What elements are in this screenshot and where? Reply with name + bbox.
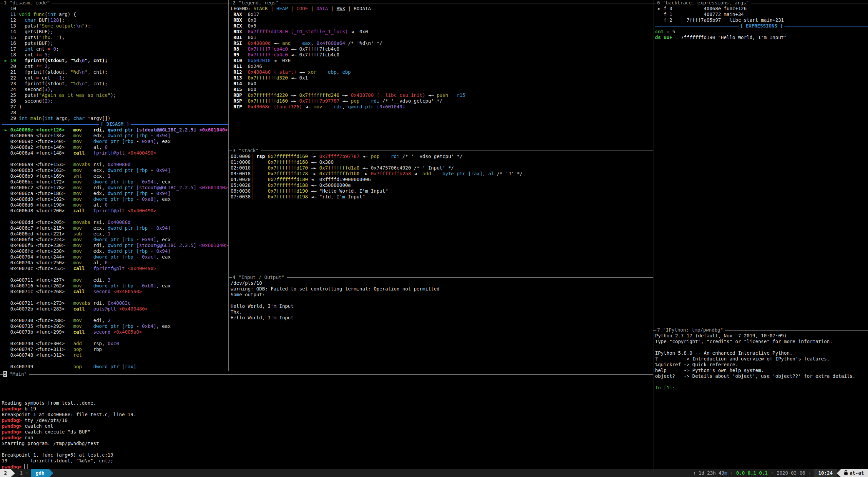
text-segment: dword ptr [rbp [108,133,148,138]
terminal-line: 0x400711 <func+257> mov edi, 3 [2,277,228,283]
terminal-line [2,295,228,300]
uptime-text: 1d 23h 49m [699,470,727,476]
text-segment [253,177,268,182]
text-segment: 0x7ffff7dd18c0 (_IO_stdfile_1_lock) [248,29,351,34]
text-segment: arg) { [56,12,76,17]
terminal-cursor [24,464,28,469]
window-index[interactable]: 1 [20,470,22,476]
terminal-line: 27 } [2,104,228,110]
pane-divider-vertical[interactable] [653,0,653,469]
text-segment: 0x40069c <func+140> [2,139,73,144]
text-segment: 0 [105,260,107,265]
terminal-line: 0x40073b <func+299> call second <0x4005a… [2,329,228,335]
text-segment: mov [73,133,93,138]
text-segment: - [148,225,156,231]
text-segment: 3 [108,277,110,283]
text-segment: ecx, [93,231,108,236]
text-segment: eax [302,40,311,46]
chevron-right-icon: › [25,470,28,476]
session-badge[interactable]: 2 [0,469,11,477]
text-segment [253,194,268,199]
pane-number: 7 [657,327,660,333]
text-segment: 0x40080d [248,40,274,46]
pane-stack[interactable]: 3"stack" 00:0000│ rsp 0x7fffffffd160 —► … [229,148,653,275]
text-segment: mov [73,243,93,248]
text-segment: /* '%d\n' */ [345,40,382,46]
terminal-line: Starting program: /tmp/pwndbg/test [2,441,653,446]
text-segment: ◄— 0x1 [291,75,308,81]
pane-input-output[interactable]: 4"Input / Output" /dev/pts/10warning: GD… [229,275,653,371]
pane-title-text: "Main" [10,371,27,377]
text-segment: 0x94] [156,191,170,196]
text-segment: ); [48,87,53,92]
text-segment: - [133,283,142,288]
pane-backtrace-expressions[interactable]: 6"backtrace, expressions, args" ► f 0 40… [653,0,868,327]
terminal-line: 16 puts(BUF); [2,40,228,46]
pane-border-line [653,3,656,3]
pane-main-gdb-console[interactable]: 5"Main" Reading symbols from test...done… [0,371,653,469]
text-segment: movabs [73,162,93,167]
text-segment: <0x400490> [128,150,156,156]
pane-ipython[interactable]: 7"IPython: tmp/pwndbg" Python 2.7.17 (de… [653,327,868,469]
pane-disasm-code[interactable]: 1"disasm, code" 10 11 void func(int arg)… [0,0,228,371]
text-segment: fprintf(stdout, "%d [16,58,79,63]
terminal-line: LEGEND: STACK | HEAP | CODE | DATA | RWX… [231,6,653,12]
text-segment: 0x7ffff7b97787 [319,154,362,159]
text-segment: 3 [44,87,47,92]
text-segment: | RODATA [345,6,371,11]
text-segment: 1 [108,231,110,236]
window-tab-gdb[interactable]: gdb [31,469,49,477]
text-segment: qword ptr [108,243,136,248]
text-segment: call [73,306,93,312]
terminal-line: R12 0x4004b0 (_start) ◄— xor ebp, ebp [231,69,653,75]
text-segment: xor [308,69,328,75]
text-segment: 23 fprintf(stdout, [2,81,70,86]
text-segment: cwatch cnt [24,423,53,429]
terminal-line: RBP 0x7fffffffd220 —► 0x7fffffffd240 —► … [231,92,653,98]
text-segment: rsp [253,154,268,159]
terminal-line: 00:0000│ rsp 0x7fffffffd160 —► 0x7ffff7b… [231,154,653,159]
text-segment: mov [73,318,93,323]
terminal-line: pwndbg> tty /dev/pts/10 [2,418,653,423]
text-segment: 0x7fffffffd188 [268,182,311,188]
text-segment: rsi, [93,219,108,225]
text-segment: Breakpoint 1, func (arg=5) at test.c:19 [2,452,113,458]
terminal-line: 0x4006ed <func+221> sub ecx, 1 [2,231,228,237]
terminal-line: 0x4006c2 <func+178> mov rdi, qword ptr [… [2,185,228,191]
text-segment: mov [73,283,93,288]
text-segment: - [148,248,156,254]
text-segment: 0x0 [248,81,256,86]
terminal-line [2,389,653,394]
pane-legend-regs[interactable]: 2"legend, regs" LEGEND: STACK | HEAP | C… [229,0,653,148]
text-segment: call [73,266,93,271]
text-segment: 0x7fffffffd168 [268,159,311,165]
text-segment: 00:0000 [231,154,251,159]
terminal-line: pwndbg> cwatch cnt [2,423,653,429]
text-segment: Breakpoint 1 at 0x40068e: file test.c, l… [2,412,136,417]
text-segment: 0x4f000a64 [317,40,345,46]
text-segment: RIP [231,104,248,109]
terminal-line: 18 cnt += 5; [2,52,228,58]
terminal-line: 14 gets(BUF); [2,29,228,35]
text-segment: ◄— [342,98,351,104]
text-segment: 17 [2,46,24,52]
text-segment: mov [73,196,93,202]
text-segment: al, [93,144,105,150]
text-segment: char [73,116,85,121]
text-segment: b 19 [24,406,36,411]
terminal-line: 24 second(3); [2,87,228,92]
text-segment: al [488,171,494,176]
text-segment: , [483,171,488,176]
text-segment: 0x7fffffffd160 [268,154,311,159]
text-segment: rdi [391,154,399,159]
text-segment: ◄— "Hello World, I'm Input" [311,188,388,194]
text-segment: RBP [231,92,248,98]
load-average: 0.0 0.1 0.1 [736,470,768,476]
text-segment: ret [73,352,82,358]
text-segment: R9 [231,52,248,57]
text-segment: cnt [39,75,53,81]
pane-divider-vertical[interactable] [228,0,229,371]
terminal-line: RBX 0x0 [231,17,653,23]
terminal-line [2,383,653,389]
text-segment: <0x601040> [199,243,228,248]
